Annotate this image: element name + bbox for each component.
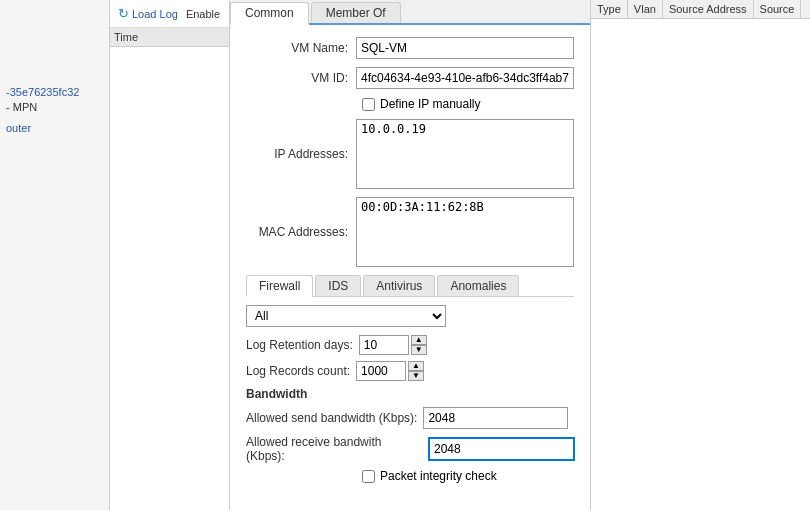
recv-bandwidth-label: Allowed receive bandwith (Kbps):	[246, 435, 423, 463]
sub-tab-anomalies[interactable]: Anomalies	[437, 275, 519, 296]
load-log-button[interactable]: ↻ Load Log	[114, 4, 182, 23]
packet-integrity-checkbox[interactable]	[362, 470, 375, 483]
mac-addresses-input[interactable]: 00:0D:3A:11:62:8B	[356, 197, 574, 267]
tab-member-of[interactable]: Member Of	[311, 2, 401, 23]
sub-tab-firewall[interactable]: Firewall	[246, 275, 313, 297]
bandwidth-section-title: Bandwidth	[246, 387, 574, 401]
mac-addresses-label: MAC Addresses:	[246, 225, 356, 239]
vm-id-label: VM ID:	[246, 71, 356, 85]
mac-addresses-row: MAC Addresses: 00:0D:3A:11:62:8B	[246, 197, 574, 267]
tab-common[interactable]: Common	[230, 2, 309, 25]
log-retention-label: Log Retention days:	[246, 338, 353, 352]
firewall-filter-select[interactable]: All Inbound Outbound	[246, 305, 446, 327]
vm-id-input[interactable]	[356, 67, 574, 89]
packet-integrity-label: Packet integrity check	[380, 469, 497, 483]
send-bandwidth-row: Allowed send bandwidth (Kbps):	[246, 407, 574, 429]
col-source-address: Source Address	[663, 0, 754, 18]
vm-name-row: VM Name:	[246, 37, 574, 59]
log-records-row: Log Records count: ▲ ▼	[246, 361, 574, 381]
sidebar-sub-text: - MPN	[0, 100, 109, 114]
sub-tab-ids[interactable]: IDS	[315, 275, 361, 296]
middle-panel: ↻ Load Log Enable Time	[110, 0, 230, 510]
enable-label: Enable	[186, 8, 220, 20]
send-bandwidth-label: Allowed send bandwidth (Kbps):	[246, 411, 417, 425]
log-records-up-btn[interactable]: ▲	[408, 361, 424, 371]
log-records-input[interactable]	[356, 361, 406, 381]
log-records-spinner: ▲ ▼	[408, 361, 424, 381]
form-area: VM Name: VM ID: Define IP manually IP Ad…	[230, 25, 590, 510]
log-retention-down-btn[interactable]: ▼	[411, 345, 427, 355]
ip-addresses-label: IP Addresses:	[246, 147, 356, 161]
sidebar-router: outer	[0, 114, 109, 136]
define-ip-row: Define IP manually	[362, 97, 574, 111]
col-type: Type	[591, 0, 628, 18]
ip-addresses-row: IP Addresses: 10.0.0.19	[246, 119, 574, 189]
packet-integrity-row: Packet integrity check	[362, 469, 574, 483]
main-tabs-row: Common Member Of	[230, 0, 590, 25]
vm-id-row: VM ID:	[246, 67, 574, 89]
log-retention-input[interactable]	[359, 335, 409, 355]
log-records-label: Log Records count:	[246, 364, 350, 378]
middle-toolbar: ↻ Load Log Enable	[110, 0, 229, 28]
time-column-header: Time	[110, 28, 229, 47]
firewall-dropdown-row: All Inbound Outbound	[246, 305, 574, 327]
col-vlan: Vlan	[628, 0, 663, 18]
sub-tabs-row: Firewall IDS Antivirus Anomalies	[246, 275, 574, 297]
log-retention-spinner: ▲ ▼	[411, 335, 427, 355]
right-header-row: Type Vlan Source Address Source	[591, 0, 810, 19]
log-records-down-btn[interactable]: ▼	[408, 371, 424, 381]
define-ip-checkbox[interactable]	[362, 98, 375, 111]
recv-bandwidth-row: Allowed receive bandwith (Kbps):	[246, 435, 574, 463]
sub-tab-antivirus[interactable]: Antivirus	[363, 275, 435, 296]
sidebar-id-text: -35e76235fc32	[0, 84, 109, 100]
ip-addresses-input[interactable]: 10.0.0.19	[356, 119, 574, 189]
right-panel: Type Vlan Source Address Source	[590, 0, 810, 510]
load-log-label: Load Log	[132, 8, 178, 20]
main-content: Common Member Of VM Name: VM ID: Define …	[230, 0, 590, 510]
refresh-icon: ↻	[118, 6, 129, 21]
sidebar: -35e76235fc32 - MPN outer	[0, 0, 110, 510]
define-ip-label: Define IP manually	[380, 97, 481, 111]
col-source: Source	[754, 0, 802, 18]
recv-bandwidth-input[interactable]	[429, 438, 574, 460]
vm-name-label: VM Name:	[246, 41, 356, 55]
vm-name-input[interactable]	[356, 37, 574, 59]
log-retention-row: Log Retention days: ▲ ▼	[246, 335, 574, 355]
send-bandwidth-input[interactable]	[423, 407, 568, 429]
log-retention-up-btn[interactable]: ▲	[411, 335, 427, 345]
